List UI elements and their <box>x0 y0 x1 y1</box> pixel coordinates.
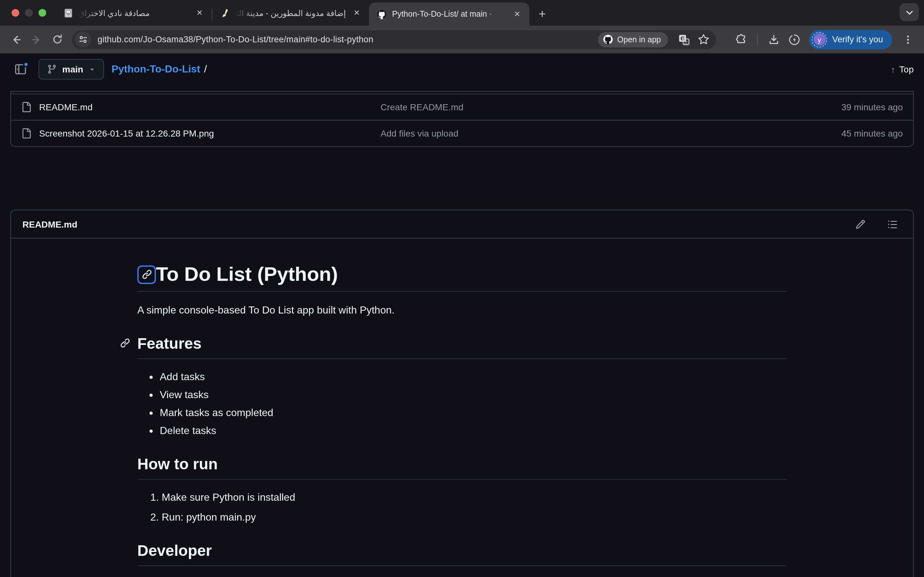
reload-icon <box>52 34 63 45</box>
list-item: Delete tasks <box>160 423 787 438</box>
commit-time: 45 minutes ago <box>842 128 903 139</box>
brush-icon <box>220 8 230 18</box>
downloads-button[interactable] <box>764 30 783 49</box>
readme-panel: README.md To Do List (Python) <box>10 210 914 577</box>
link-icon <box>142 269 152 279</box>
developer-heading-text: Developer <box>137 542 212 559</box>
table-row[interactable]: Screenshot 2026-01-15 at 12.26.28 PM.png… <box>11 120 913 146</box>
browser-menu-button[interactable] <box>898 30 918 49</box>
anchor-link[interactable] <box>120 338 130 348</box>
github-icon <box>603 34 614 45</box>
git-branch-icon <box>47 64 57 74</box>
github-page: main Python-To-Do-List / ↑ Top README.md… <box>0 54 924 576</box>
readme-title-heading: To Do List (Python) <box>137 261 787 292</box>
tab-title: إضافة مدونة المطورين - مدينة النكو <box>236 8 346 18</box>
address-bar[interactable]: github.com/Jo-Osama38/Python-To-Do-List/… <box>72 30 716 49</box>
url-text[interactable]: github.com/Jo-Osama38/Python-To-Do-List/… <box>97 35 598 44</box>
table-row[interactable]: README.md Create README.md 39 minutes ag… <box>11 93 913 120</box>
anchor-link-focused[interactable] <box>137 265 156 284</box>
open-in-app-button[interactable]: Open in app <box>598 32 668 47</box>
readme-filename: README.md <box>23 219 78 229</box>
browser-toolbar: github.com/Jo-Osama38/Python-To-Do-List/… <box>0 26 924 54</box>
svg-text:文: 文 <box>684 39 688 44</box>
site-info-button[interactable] <box>75 31 91 47</box>
list-item: Add tasks <box>160 369 787 385</box>
file-icon <box>21 128 31 139</box>
close-window-button[interactable] <box>11 9 19 17</box>
features-list: Add tasks View tasks Mark tasks as compl… <box>137 369 787 438</box>
window-controls <box>0 0 55 26</box>
browser-window: مصادقة نادي الاختراق ✕ إضافة مدونة المطو… <box>0 0 924 577</box>
open-in-app-label: Open in app <box>617 35 661 44</box>
list-item: Run: python main.py <box>162 510 787 525</box>
tab-title: مصادقة نادي الاختراق <box>78 8 189 18</box>
breadcrumb-repo-link[interactable]: Python-To-Do-List <box>111 63 200 75</box>
new-tab-button[interactable]: + <box>533 5 551 23</box>
commit-message-link[interactable]: Create README.md <box>381 102 842 112</box>
breadcrumb: Python-To-Do-List / <box>111 63 207 75</box>
close-tab-icon[interactable]: ✕ <box>351 7 363 19</box>
list-item: Make sure Python is installed <box>162 490 787 505</box>
avatar-letter: y <box>813 33 825 45</box>
star-icon <box>697 33 709 45</box>
close-tab-icon[interactable]: ✕ <box>511 8 523 20</box>
download-icon <box>768 34 780 45</box>
features-heading-text: Features <box>137 335 202 352</box>
caret-down-icon <box>88 66 95 73</box>
performance-button[interactable] <box>785 30 804 49</box>
bookmark-button[interactable] <box>696 32 711 47</box>
pencil-icon <box>855 219 866 229</box>
tune-icon <box>78 35 88 44</box>
zoom-window-button[interactable] <box>39 9 46 17</box>
file-name-link[interactable]: README.md <box>39 102 92 112</box>
leaf-energy-icon <box>788 34 800 45</box>
file-icon <box>21 102 31 112</box>
toolbar-separator <box>757 34 758 45</box>
forward-icon <box>31 34 42 45</box>
edit-readme-button[interactable] <box>851 215 869 233</box>
forward-button[interactable] <box>27 30 46 49</box>
developer-heading: Developer <box>137 540 787 566</box>
safe-icon <box>63 8 73 18</box>
close-tab-icon[interactable]: ✕ <box>194 7 205 19</box>
arrow-up-icon: ↑ <box>891 64 895 75</box>
file-table: README.md Create README.md 39 minutes ag… <box>10 91 914 147</box>
branch-selector-button[interactable]: main <box>39 59 103 79</box>
tab-strip: مصادقة نادي الاختراق ✕ إضافة مدونة المطو… <box>0 0 924 26</box>
link-icon <box>120 338 130 348</box>
back-button[interactable] <box>6 30 26 49</box>
howto-heading-text: How to run <box>137 455 218 472</box>
readme-outline-button[interactable] <box>884 215 901 233</box>
howto-heading: How to run <box>137 454 787 480</box>
tab-search-button[interactable] <box>900 3 919 21</box>
verify-label: Verify it's you <box>832 35 883 44</box>
translate-icon: G文 <box>678 34 690 45</box>
reload-button[interactable] <box>47 30 67 49</box>
puzzle-icon <box>735 34 747 45</box>
top-label: Top <box>899 64 914 74</box>
readme-intro: A simple console-based To Do List app bu… <box>137 303 787 318</box>
profile-avatar: y <box>812 32 827 47</box>
verify-its-you-button[interactable]: y Verify it's you <box>809 30 892 49</box>
list-item: Mark tasks as completed <box>160 405 787 421</box>
list-item: View tasks <box>160 387 787 403</box>
howto-list: Make sure Python is installed Run: pytho… <box>137 490 787 525</box>
readme-header: README.md <box>11 210 913 239</box>
file-name-link[interactable]: Screenshot 2026-01-15 at 12.26.28 PM.png <box>39 128 214 139</box>
back-to-top-link[interactable]: ↑ Top <box>891 64 914 75</box>
readme-title: To Do List (Python) <box>156 261 338 287</box>
commit-time: 39 minutes ago <box>842 102 903 112</box>
features-heading: Features <box>137 334 787 359</box>
minimize-window-button[interactable] <box>25 9 33 17</box>
sidebar-toggle-button[interactable] <box>10 59 31 79</box>
notification-dot <box>23 61 29 67</box>
tab-3-active[interactable]: Python-To-Do-List/ at main · ✕ <box>369 3 529 26</box>
tab-1[interactable]: مصادقة نادي الاختراق ✕ <box>55 2 212 24</box>
tab-title: Python-To-Do-List/ at main · <box>392 10 506 19</box>
extensions-button[interactable] <box>732 30 751 49</box>
tab-2[interactable]: إضافة مدونة المطورين - مدينة النكو ✕ <box>212 2 369 24</box>
branch-name: main <box>62 64 83 74</box>
commit-message-link[interactable]: Add files via upload <box>381 128 842 139</box>
translate-button[interactable]: G文 <box>676 32 692 47</box>
repo-header: main Python-To-Do-List / ↑ Top <box>0 54 924 85</box>
